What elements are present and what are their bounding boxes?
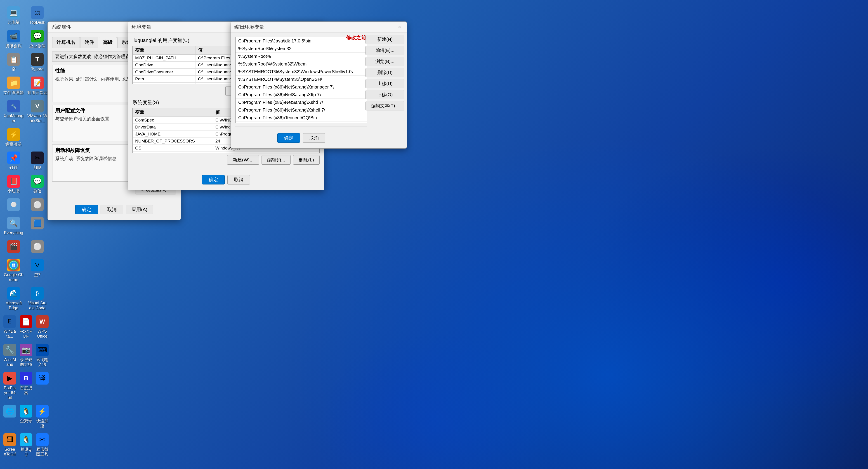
desktop-icon-penguin[interactable]: 🐧 企鹅号 bbox=[19, 403, 34, 430]
editenv-edittext-btn[interactable]: 编辑文本(T)... bbox=[366, 101, 404, 110]
editenv-edit-btn[interactable]: 编辑(E)... bbox=[366, 46, 404, 55]
recorder-icon: 📷 bbox=[20, 344, 32, 356]
editenv-dialog-buttons: 确定 取消 bbox=[235, 130, 367, 144]
desktop-icon-screenshot[interactable]: ✂ 腾讯截图工具 bbox=[35, 432, 50, 459]
desktop-icon-translate[interactable]: 译 bbox=[35, 370, 50, 402]
blank5-icon: ⚪ bbox=[31, 240, 43, 253]
desktop-icon-xunmanager[interactable]: 🔧 XunManager bbox=[2, 98, 25, 125]
editenv-path-item[interactable]: C:\Program Files (x86)\Tencent\QQ\Bin bbox=[236, 114, 367, 122]
editenv-path-item[interactable]: %SYSTEMROOT%\System32\WindowsPowerShell\… bbox=[236, 68, 367, 76]
desktop-icon-vmware[interactable]: V VMware WorkSta... bbox=[26, 98, 49, 125]
sys-var-name: DriverData bbox=[133, 124, 213, 131]
editenv-path-item[interactable]: C:\Program Files (x86)\NetSarang\Xshell … bbox=[236, 106, 367, 114]
editenv-list[interactable]: C:\Program Files\Java\jdk-17.0.5\bin%Sys… bbox=[235, 37, 367, 123]
topdesk-icon-label: TopDesk bbox=[29, 20, 45, 25]
windata-icon: 🗄 bbox=[3, 315, 16, 328]
dingding-label: 钉钉 bbox=[9, 165, 18, 170]
desktop-icon-blank5[interactable]: ⚪ bbox=[26, 238, 49, 256]
tab-advanced[interactable]: 高级 bbox=[99, 37, 117, 48]
editenv-path-item[interactable]: C:\Program Files (x86)\NetSarang\Xftp 7\ bbox=[236, 91, 367, 99]
sys-vars-btns: 新建(W)... 编辑(f)... 删除(L) bbox=[132, 155, 320, 165]
editenv-ok-btn[interactable]: 确定 bbox=[277, 133, 300, 143]
desktop-icon-blank1[interactable]: 📋 空 bbox=[2, 51, 25, 74]
desktop-icon-area: 💻 此电脑 🗂 TopDesk 📹 腾讯会议 💬 企业微信 📋 空 T Typo… bbox=[0, 0, 52, 469]
user-var-name: OneDriveConsumer bbox=[133, 69, 196, 76]
desktop-icon-windata[interactable]: 🗄 WinData... bbox=[2, 313, 18, 340]
desktop-icon-typora[interactable]: T Typora bbox=[26, 51, 49, 74]
editenv-path-item[interactable]: %SystemRoot% bbox=[236, 53, 367, 60]
sys-edit-btn[interactable]: 编辑(f)... bbox=[261, 155, 291, 165]
editenv-path-item[interactable]: %SYSTEMROOT%\System32\OpenSSH\ bbox=[236, 76, 367, 83]
desktop-icon-computer[interactable]: 💻 此电脑 bbox=[2, 4, 25, 27]
desktop-icon-xunfei[interactable]: ⌨ 讯飞输入法 bbox=[35, 342, 50, 369]
desktop-icon-blank2[interactable]: ⚪ bbox=[2, 196, 25, 214]
desktop-icon-blank6[interactable]: V 空7 bbox=[26, 257, 49, 284]
wxwork-label: 企业微信 bbox=[29, 43, 45, 48]
desktop-icon-filemanager[interactable]: 📁 文件管理器 bbox=[2, 75, 25, 97]
sysprops-apply-btn[interactable]: 应用(A) bbox=[126, 205, 153, 214]
desktop-icon-topdesk[interactable]: 🗂 TopDesk bbox=[26, 4, 49, 27]
desktop-icon-vscode[interactable]: {} Visual Studio Code bbox=[26, 285, 49, 312]
editenv-close-btn[interactable]: ✕ bbox=[396, 24, 403, 31]
desktop-icon-wxwork[interactable]: 💬 企业微信 bbox=[26, 28, 49, 51]
envvars-cancel-btn[interactable]: 取消 bbox=[227, 175, 250, 185]
desktop-icon-jianying[interactable]: ✂ 剪映 bbox=[26, 150, 49, 172]
wechat-icon: 💬 bbox=[31, 175, 43, 188]
desktop-icon-dingding[interactable]: 📌 钉钉 bbox=[2, 150, 25, 172]
desktop-icon-xiaohongshu[interactable]: 📕 小红书 bbox=[2, 173, 25, 196]
desktop-icon-blank3[interactable]: ⚪ bbox=[26, 196, 49, 214]
desktop-icon-wisemanu[interactable]: 🔧 WiseManu bbox=[2, 342, 18, 369]
envvars-ok-btn[interactable]: 确定 bbox=[202, 175, 225, 185]
editenv-path-item[interactable]: C:\Program Files (x86)\NetSarang\Xshd 7\ bbox=[236, 99, 367, 106]
desktop-icon-everything[interactable]: 🔍 Everything bbox=[2, 215, 25, 237]
sysprops-ok-btn[interactable]: 确定 bbox=[75, 205, 98, 214]
xunlei-label: 迅雷激活 bbox=[5, 142, 22, 147]
sysprops-cancel-btn[interactable]: 取消 bbox=[101, 205, 123, 214]
desktop-icon-chrome[interactable]: 🌐 Google Chrome bbox=[2, 257, 25, 284]
baidu-label: 百度搜索 bbox=[20, 386, 33, 395]
desktop-icon-baidu[interactable]: B 百度搜索 bbox=[19, 370, 34, 402]
potplayer-icon: ▶ bbox=[3, 372, 16, 384]
desktop-icon-video[interactable]: 🎬 bbox=[2, 238, 25, 256]
desktop-icon-qq[interactable]: 🐧 腾讯QQ bbox=[19, 432, 34, 459]
desktop-icon-wechat[interactable]: 💬 微信 bbox=[26, 173, 49, 196]
tab-hardware[interactable]: 硬件 bbox=[80, 37, 98, 48]
desktop-icon-edge[interactable]: 🌊 Microsoft Edge bbox=[2, 285, 25, 312]
youdao-label: 有道云笔记 bbox=[27, 90, 48, 95]
editenv-delete-btn[interactable]: 删除(D) bbox=[366, 68, 404, 77]
sys-new-btn[interactable]: 新建(W)... bbox=[227, 155, 259, 165]
blank7-icon: 🌐 bbox=[3, 405, 16, 417]
computer-icon-label: 此电脑 bbox=[7, 20, 20, 25]
desktop-icon-screentogif[interactable]: 🎞 ScreenToGif bbox=[2, 432, 18, 459]
foxit-icon: 📄 bbox=[20, 315, 32, 328]
editenv-browse-btn[interactable]: 浏览(B)... bbox=[366, 57, 404, 66]
screenshot-label: 腾讯截图工具 bbox=[36, 447, 49, 457]
screentogif-label: ScreenToGif bbox=[3, 447, 16, 457]
desktop-icon-youdao[interactable]: 📝 有道云笔记 bbox=[26, 75, 49, 97]
desktop-icon-blank4[interactable]: 🟦 bbox=[26, 215, 49, 237]
editenv-path-item[interactable]: %SystemRoot%\System32\Wbem bbox=[236, 60, 367, 68]
editenv-up-btn[interactable]: 上移(U) bbox=[366, 79, 404, 88]
desktop-icon-recorder[interactable]: 📷 录屏截图大师 bbox=[19, 342, 34, 369]
editenv-path-item[interactable]: %SystemRoot%\system32 bbox=[236, 45, 367, 53]
editenv-down-btn[interactable]: 下移(O) bbox=[366, 90, 404, 99]
editenv-path-item[interactable]: C:\Program Files (x86)\NetSarang\Xmanage… bbox=[236, 83, 367, 91]
user-var-name: TEMP bbox=[133, 82, 196, 84]
screentogif-icon: 🎞 bbox=[3, 433, 16, 446]
desktop-icon-blank7[interactable]: 🌐 bbox=[2, 403, 18, 430]
sys-delete-btn[interactable]: 删除(L) bbox=[293, 155, 320, 165]
desktop-icon-xunlei[interactable]: ⚡ 迅雷激活 bbox=[2, 127, 25, 149]
desktop-icon-wps[interactable]: W WPS Office bbox=[35, 313, 50, 340]
desktop-icon-potplayer[interactable]: ▶ PotPlayer 64 bit bbox=[2, 370, 18, 402]
desktop-icon-tencentmeeting[interactable]: 📹 腾讯会议 bbox=[2, 28, 25, 51]
penguin-label: 企鹅号 bbox=[20, 418, 32, 424]
sys-var-row[interactable]: PathC:\Program Files\Java\jdk-17.0.5\bin… bbox=[133, 152, 319, 153]
desktop-icon-vpn[interactable]: ⚡ 快连加速 bbox=[35, 403, 50, 430]
sysprops-dialog-buttons: 确定 取消 应用(A) bbox=[52, 201, 176, 215]
edge-icon: 🌊 bbox=[7, 287, 20, 300]
tab-computername[interactable]: 计算机名 bbox=[52, 37, 80, 48]
editenv-new-btn[interactable]: 新建(N) bbox=[366, 35, 404, 44]
desktop-icon-foxit[interactable]: 📄 Foxit PDF bbox=[19, 313, 34, 340]
blank1-label: 空 bbox=[11, 67, 16, 72]
editenv-cancel-btn[interactable]: 取消 bbox=[303, 133, 325, 143]
